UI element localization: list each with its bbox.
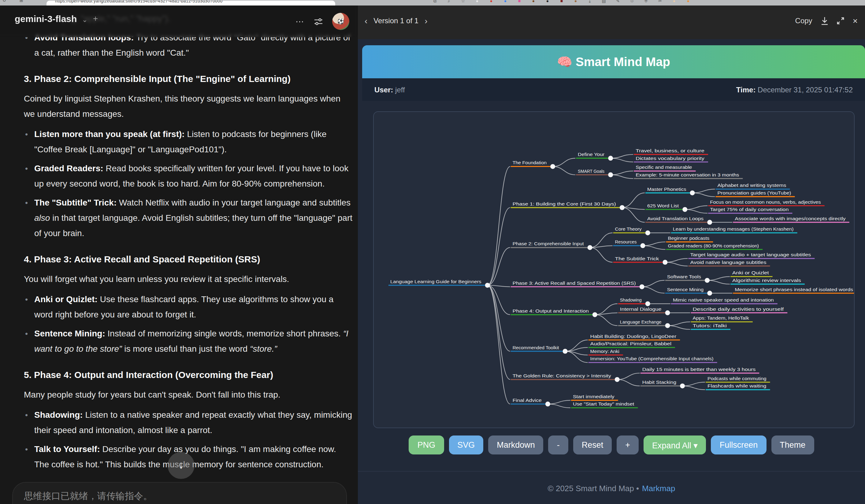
mindmap-node-label[interactable]: Sentence Mining xyxy=(667,287,704,292)
extension-icon[interactable]: ● xyxy=(671,0,677,4)
mindmap-node-label[interactable]: Alphabet and writing systems xyxy=(717,183,786,188)
mindmap-collapse-circle[interactable] xyxy=(639,284,645,289)
mindmap-node-label[interactable]: Memory: Anki xyxy=(590,349,619,354)
mindmap-collapse-circle[interactable] xyxy=(707,220,712,225)
mindmap-node-label[interactable]: The Foundation xyxy=(512,160,546,165)
user-avatar[interactable]: ⚽ xyxy=(332,13,349,30)
mindmap-node-label[interactable]: Language Exchange xyxy=(620,319,661,325)
extension-icon[interactable]: ⧉ xyxy=(432,0,438,4)
mindmap-collapse-circle[interactable] xyxy=(690,190,695,196)
mindmap-node-label[interactable]: Habit Building: Duolingo, LingoDeer xyxy=(590,333,677,339)
toolbar-button-[interactable]: - xyxy=(549,435,568,455)
mindmap-node-label[interactable]: Specific and measurable xyxy=(636,165,692,170)
mindmap-node-label[interactable]: Flashcards while waiting xyxy=(707,383,766,388)
mindmap-collapse-circle[interactable] xyxy=(645,230,650,235)
mindmap-node-label[interactable]: Software Tools xyxy=(667,274,701,279)
mindmap-node-label[interactable]: Core Theory xyxy=(615,226,642,232)
mindmap-collapse-circle[interactable] xyxy=(645,301,650,306)
mindmap-node-label[interactable]: Mimic native speaker speed and intonatio… xyxy=(673,297,774,303)
mindmap-collapse-circle[interactable] xyxy=(485,283,490,288)
mindmap-node-label[interactable]: Travel, business, or culture xyxy=(636,148,704,153)
toolbar-button-png[interactable]: PNG xyxy=(409,435,444,455)
browser-nav-icons[interactable]: ↻⊞ xyxy=(2,0,23,3)
mindmap-node-label[interactable]: Algorithmic review intervals xyxy=(732,278,801,283)
mindmap-collapse-circle[interactable] xyxy=(563,349,568,354)
mindmap-node-label[interactable]: The Golden Rule: Consistency > Intensity xyxy=(512,373,611,378)
mindmap-node-label[interactable]: Tutors: iTalki xyxy=(693,323,727,328)
mindmap-node-label[interactable]: SMART Goals xyxy=(578,168,604,174)
mindmap-collapse-circle[interactable] xyxy=(550,164,555,169)
mindmap-collapse-circle[interactable] xyxy=(705,278,710,283)
mindmap-node-label[interactable]: Master Phonetics xyxy=(647,187,687,192)
extension-icon[interactable]: ● xyxy=(573,0,579,4)
mindmap-node-label[interactable]: Phase 3: Active Recall and Spaced Repeti… xyxy=(512,280,636,286)
toolbar-button-svg[interactable]: SVG xyxy=(449,435,483,455)
extension-icon[interactable]: ⌕ xyxy=(446,0,452,4)
mindmap-collapse-circle[interactable] xyxy=(641,243,645,248)
mindmap-node-label[interactable]: The Subtitle Trick xyxy=(615,256,659,261)
toolbar-button-reset[interactable]: Reset xyxy=(573,435,612,455)
mindmap-node-label[interactable]: Podcasts while commuting xyxy=(707,376,766,381)
mindmap-canvas[interactable]: Language Learning Guide for BeginnersThe… xyxy=(373,111,855,428)
mindmap-collapse-circle[interactable] xyxy=(662,260,667,265)
mindmap-node-label[interactable]: Graded readers (80-90% comprehension) xyxy=(668,243,759,248)
extension-icon[interactable]: ▤ xyxy=(601,0,607,4)
mindmap-node-label[interactable]: Pronunciation guides (YouTube) xyxy=(717,190,791,196)
mindmap-collapse-circle[interactable] xyxy=(608,156,613,161)
extension-icon[interactable]: ● xyxy=(474,0,480,4)
mindmap-node-label[interactable]: 625 Word List xyxy=(647,203,679,208)
browser-nav-icon[interactable]: ⊞ xyxy=(20,0,23,3)
close-icon[interactable]: × xyxy=(853,16,858,26)
mindmap-node-label[interactable]: Associate words with images/concepts dir… xyxy=(735,216,846,221)
mindmap-node-label[interactable]: Start immediately xyxy=(573,394,614,399)
mindmap-collapse-circle[interactable] xyxy=(680,384,685,388)
new-chat-icon[interactable]: + xyxy=(93,13,98,23)
mindmap-node-label[interactable]: Define Your xyxy=(578,152,604,157)
chat-input[interactable]: 思维接口已就绪，请传输指令。 xyxy=(12,482,347,504)
mindmap-node-label[interactable]: Dictates vocabulary priority xyxy=(636,156,704,161)
mindmap-collapse-circle[interactable] xyxy=(620,205,625,210)
version-prev-icon[interactable]: ‹ xyxy=(365,17,367,24)
mindmap-node-label[interactable]: Resources xyxy=(615,239,637,244)
extension-icon[interactable]: ■ xyxy=(558,0,565,4)
extension-icon[interactable]: ● xyxy=(544,0,551,4)
mindmap-node-label[interactable]: Target language audio + target language … xyxy=(690,252,811,257)
mindmap-node-label[interactable]: Phase 1: Building the Core (First 30 Day… xyxy=(512,201,616,207)
version-next-icon[interactable]: › xyxy=(425,17,427,24)
toolbar-button-theme[interactable]: Theme xyxy=(771,435,814,455)
mindmap-node-label[interactable]: Phase 2: Comprehensible Input xyxy=(512,241,584,246)
mindmap-node-label[interactable]: Memorize short phrases instead of isolat… xyxy=(735,287,853,292)
extension-icon[interactable]: ✎ xyxy=(615,0,621,4)
model-name[interactable]: gemini-3-flash xyxy=(15,13,77,24)
extension-icon[interactable]: ☆ xyxy=(460,0,466,4)
chevron-down-icon[interactable]: ⌄ xyxy=(82,16,88,24)
mindmap-node-label[interactable]: Beginner podcasts xyxy=(668,235,710,241)
extension-icons[interactable]: ⧉⌕☆●●●■●●■●⤓▤✎♲⛨✂●● xyxy=(432,0,691,4)
mindmap-node-label[interactable]: Audio/Practical: Pimsleur, Babbel xyxy=(590,341,671,346)
mindmap-node-label[interactable]: Anki or Quizlet xyxy=(732,270,769,275)
fullscreen-icon[interactable] xyxy=(837,17,844,24)
extension-icon[interactable]: ● xyxy=(530,0,537,4)
extension-icon[interactable]: ⤓ xyxy=(587,0,593,4)
mindmap-node-label[interactable]: Avoid native language subtitles xyxy=(690,260,766,265)
mindmap-node-label[interactable]: Learn by understanding messages (Stephen… xyxy=(673,226,794,232)
mindmap-node-label[interactable]: Apps: Tandem, HelloTalk xyxy=(693,315,749,320)
toolbar-button-markdown[interactable]: Markdown xyxy=(488,435,543,455)
extension-icon[interactable]: ● xyxy=(502,0,508,4)
mindmap-node-label[interactable]: Focus on most common nouns, verbs, adjec… xyxy=(710,199,821,204)
tune-icon[interactable] xyxy=(314,17,323,26)
mindmap-node-label[interactable]: Shadowing xyxy=(620,297,642,303)
toolbar-button-expand-all[interactable]: Expand All ▾ xyxy=(644,435,706,455)
toolbar-button-[interactable]: + xyxy=(616,435,639,455)
mindmap-node-label[interactable]: Avoid Translation Loops xyxy=(647,216,704,221)
mindmap-collapse-circle[interactable] xyxy=(665,310,670,315)
extension-icon[interactable]: ♲ xyxy=(629,0,635,4)
extension-icon[interactable]: ✂ xyxy=(657,0,663,4)
mindmap-collapse-circle[interactable] xyxy=(615,377,620,382)
more-options-icon[interactable]: ⋯ xyxy=(296,16,305,26)
mindmap-collapse-circle[interactable] xyxy=(608,173,613,177)
url-text[interactable]: https://open-webui.yangtzedaidata.site/c… xyxy=(55,1,223,3)
extension-icon[interactable]: ⛨ xyxy=(643,0,649,4)
mindmap-node-label[interactable]: Habit Stacking xyxy=(642,379,676,385)
toolbar-button-fullscreen[interactable]: Fullscreen xyxy=(711,435,766,455)
